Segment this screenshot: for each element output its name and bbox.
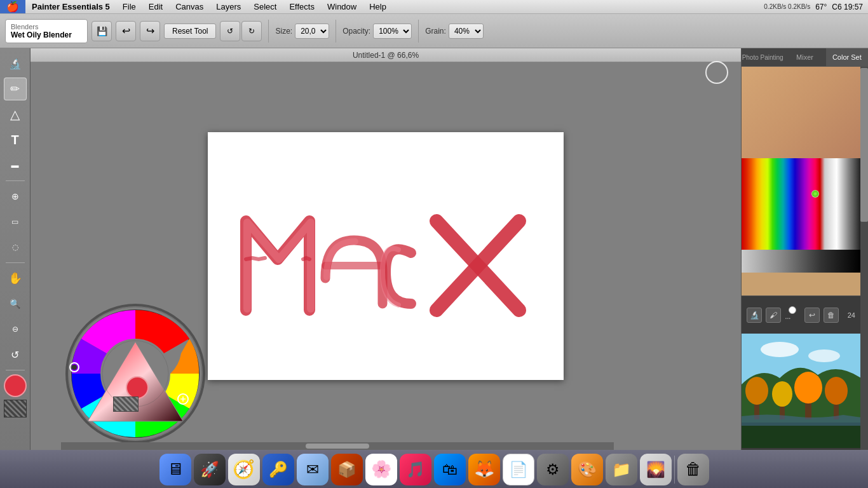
svg-point-13 [808, 349, 840, 362]
color-spectrum [742, 158, 860, 250]
dock-textedit[interactable]: 📄 [503, 454, 534, 485]
dock-trash[interactable]: 🗑 [677, 454, 709, 485]
toolbar: Blenders Wet Oily Blender 💾 ↩ ↪ Reset To… [0, 14, 868, 48]
pattern-indicator[interactable] [113, 396, 139, 412]
menu-bar: 🍎 Painter Essentials 5 File Edit Canvas … [0, 0, 868, 14]
svg-point-5 [72, 365, 77, 370]
tool-info: Blenders Wet Oily Blender [5, 19, 88, 43]
reset-tool-button[interactable]: Reset Tool [164, 24, 216, 39]
dock-separator [674, 456, 675, 484]
tab-mixer[interactable]: Mixer [783, 48, 825, 66]
grain-select[interactable]: 40% [449, 24, 484, 39]
opacity-label: Opacity: [342, 27, 370, 36]
text-tool[interactable]: T [4, 128, 27, 151]
dock-photos[interactable]: 🌸 [365, 454, 397, 485]
effects-menu[interactable]: Effects [283, 0, 321, 13]
dock-launchpad[interactable]: 🚀 [194, 454, 226, 485]
file-menu[interactable]: File [116, 0, 142, 13]
dock-files[interactable]: 📁 [606, 454, 637, 485]
grayscale-strip [742, 250, 860, 273]
dock-safari[interactable]: 🧭 [228, 454, 260, 485]
dock: 🖥 🚀 🧭 🔑 ✉ 📦 🌸 🎵 🛍 🦊 📄 ⚙ 🎨 📁 🌄 🗑 [0, 450, 868, 488]
layers-menu[interactable]: Layers [210, 0, 247, 13]
separator3 [418, 20, 419, 43]
main-area: 🔬 ✏ △ T ▬ ⊕ ▭ ◌ ✋ 🔍 ⊖ ↺ Untitled-1 @ 66,… [0, 48, 868, 450]
grain-control: Grain: 40% [425, 24, 484, 39]
right-scrollbar[interactable] [860, 67, 868, 450]
selected-color-dot[interactable] [126, 376, 149, 399]
slider-thumb[interactable] [789, 306, 796, 314]
redo-button[interactable]: ↪ [140, 21, 160, 41]
tab-color-set[interactable]: Color Set [826, 48, 868, 66]
tab-photo-painting[interactable]: Photo Painting [742, 48, 783, 66]
dock-painter[interactable]: 🎨 [571, 454, 603, 485]
left-toolbar: 🔬 ✏ △ T ▬ ⊕ ▭ ◌ ✋ 🔍 ⊖ ↺ [0, 48, 31, 450]
landscape-svg [742, 334, 860, 448]
eyedropper-tool[interactable]: 🔬 [4, 52, 27, 75]
color-mixer-display[interactable] [742, 67, 860, 295]
bottom-tan [742, 273, 860, 295]
zoom-out-tool[interactable]: ⊖ [4, 318, 27, 341]
canvas-menu[interactable]: Canvas [169, 0, 210, 13]
right-scrollbar-thumb[interactable] [860, 68, 868, 221]
fill-tool[interactable]: △ [4, 103, 27, 126]
mixer-paint[interactable]: 🖌 [766, 308, 781, 323]
color-wheel[interactable] [65, 304, 205, 444]
dock-mail[interactable]: ✉ [297, 454, 329, 485]
color-swatch[interactable] [4, 374, 27, 397]
canvas-area[interactable]: Untitled-1 @ 66,6% [31, 48, 741, 450]
mixer-sliders: ... [785, 309, 801, 321]
canvas-svg [208, 132, 564, 380]
scrollbar-thumb[interactable] [306, 444, 369, 449]
pattern-swatch[interactable] [4, 400, 27, 417]
transform-tool[interactable]: ⊕ [4, 185, 27, 208]
save-button[interactable]: 💾 [92, 21, 112, 41]
dock-firefox[interactable]: 🦊 [468, 454, 500, 485]
drawing-canvas[interactable] [208, 132, 564, 380]
app-name[interactable]: Painter Essentials 5 [25, 0, 116, 13]
edit-menu[interactable]: Edit [142, 0, 169, 13]
dock-music[interactable]: 🎵 [400, 454, 431, 485]
smear-tool[interactable]: ▬ [4, 154, 27, 177]
svg-rect-22 [742, 423, 860, 448]
svg-point-21 [825, 377, 848, 405]
rotate-right-button[interactable]: ↻ [241, 21, 262, 41]
apple-menu[interactable]: 🍎 [0, 0, 25, 13]
rotate-canvas-tool[interactable]: ↺ [4, 343, 27, 366]
brush-cursor [705, 61, 728, 84]
divider2 [6, 262, 25, 263]
help-menu[interactable]: Help [363, 0, 393, 13]
opacity-control: Opacity: 100% [342, 24, 412, 39]
dock-finder[interactable]: 🖥 [159, 454, 191, 485]
tool-name: Wet Oily Blender [11, 30, 82, 39]
dock-appstore[interactable]: 🛍 [434, 454, 466, 485]
clear-mixer-btn[interactable]: 🗑 [824, 308, 839, 323]
size-select[interactable]: 20,0 [295, 24, 329, 39]
dock-settings[interactable]: ⚙ [537, 454, 569, 485]
pan-tool[interactable]: ✋ [4, 267, 27, 290]
network-status: 0.2KB/s 0.2KB/s [764, 3, 810, 10]
temperature: 67° [815, 3, 827, 11]
undo-button[interactable]: ↩ [116, 21, 136, 41]
dock-1password[interactable]: 🔑 [262, 454, 294, 485]
canvas-title-bar: Untitled-1 @ 66,6% [31, 48, 741, 62]
size-label: Size: [275, 27, 292, 36]
dock-photos2[interactable]: 🌄 [640, 454, 672, 485]
color-marker [811, 190, 819, 198]
separator2 [336, 20, 336, 43]
size-control: Size: 20,0 [275, 24, 329, 39]
lasso-tool[interactable]: ◌ [4, 236, 27, 259]
selection-tool[interactable]: ▭ [4, 210, 27, 233]
window-menu[interactable]: Window [321, 0, 363, 13]
undo-mixer-btn[interactable]: ↩ [804, 308, 820, 323]
dock-filezilla[interactable]: 📦 [331, 454, 363, 485]
mixer-value: 24 [843, 311, 855, 319]
horizontal-scrollbar[interactable] [61, 442, 614, 450]
select-menu[interactable]: Select [247, 0, 283, 13]
right-panel-inner: 🔬 🖌 ... ↩ 🗑 24 [742, 67, 868, 450]
zoom-in-tool[interactable]: 🔍 [4, 292, 27, 315]
rotate-left-button[interactable]: ↺ [220, 21, 240, 41]
brush-tool[interactable]: ✏ [4, 78, 27, 100]
opacity-select[interactable]: 100% [373, 24, 412, 39]
mixer-eyedropper[interactable]: 🔬 [747, 308, 762, 323]
